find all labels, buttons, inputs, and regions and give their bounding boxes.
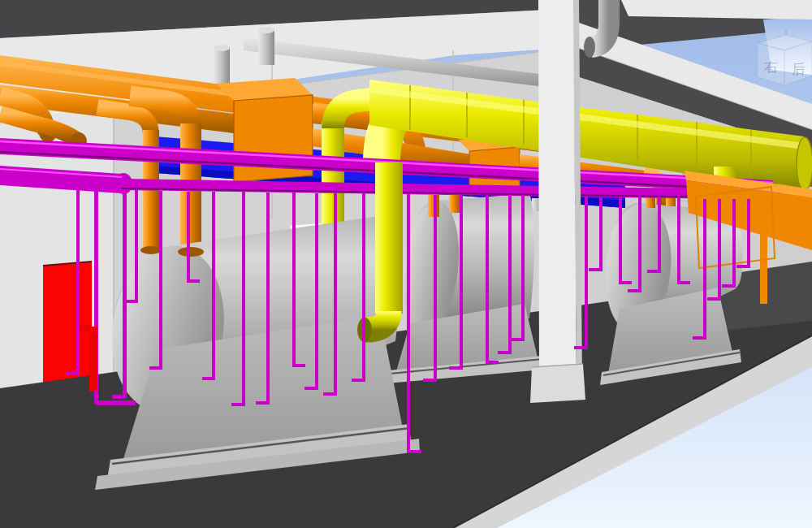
pipe-drop xyxy=(703,199,706,340)
pipe-drop-foot xyxy=(294,364,305,367)
pipe-drop-foot xyxy=(231,403,244,406)
pipe-drop-foot xyxy=(304,387,317,390)
pipe-drop-foot xyxy=(149,366,161,370)
pipe-drop-foot xyxy=(707,297,719,301)
pipe-drop-foot xyxy=(408,450,421,453)
pipe-drop-foot xyxy=(188,279,200,283)
model-canvas[interactable]: 右 后 xyxy=(0,0,812,528)
pipe-drop xyxy=(677,198,680,284)
pipe-drop-foot xyxy=(628,289,640,292)
pipe-drop-foot xyxy=(589,268,601,271)
pipe-drop-foot xyxy=(620,281,632,284)
pipe-drop xyxy=(135,190,138,303)
pipe-drop-foot xyxy=(202,377,214,380)
pipe-drop xyxy=(334,193,337,396)
column-base xyxy=(530,364,585,403)
pipe-drop-foot xyxy=(323,392,335,396)
pipe-drop-foot xyxy=(736,265,749,268)
gray-pipe-open-end xyxy=(584,37,595,58)
pipe-drop xyxy=(187,192,190,283)
pipe-drop xyxy=(486,196,489,364)
roof-beam-top-right[interactable] xyxy=(621,0,812,19)
pipe-drop xyxy=(434,195,437,382)
pipe-drop-foot xyxy=(511,338,523,341)
pipe-drop xyxy=(460,195,463,370)
pipe-drop-foot xyxy=(693,336,705,340)
yellow-duct-end-cap xyxy=(797,137,812,191)
pipe-drop-foot xyxy=(256,401,268,405)
pipe-drop-foot xyxy=(352,379,364,382)
pipe-drop xyxy=(407,194,410,453)
column-front-face xyxy=(538,0,577,382)
pipe-drop xyxy=(266,193,270,405)
pipe-drop xyxy=(362,193,365,382)
pipe-drop-foot xyxy=(112,395,124,399)
stub-flange-2 xyxy=(178,247,204,257)
pipe-drop-foot xyxy=(449,366,461,370)
stub-flange-1 xyxy=(140,246,162,254)
pipe-drop xyxy=(159,191,162,370)
pipe-drop-foot xyxy=(498,351,510,354)
pipe-drop xyxy=(242,192,245,406)
pipe-drop xyxy=(747,199,750,268)
pipe-drop-foot xyxy=(574,346,586,349)
cad-3d-viewport[interactable]: 右 后 xyxy=(0,0,812,528)
yellow-riser-2-body xyxy=(375,162,403,314)
pipe-drop xyxy=(718,199,721,301)
pipe-drop xyxy=(76,185,80,375)
pipe-drop-foot xyxy=(487,361,499,364)
gray-pipe-cap xyxy=(258,27,274,33)
pipe-drop xyxy=(315,193,318,390)
pipe-drop xyxy=(521,196,525,341)
pipe-drop-foot xyxy=(647,270,659,273)
pipe-drop-foot xyxy=(423,379,435,382)
gray-pipe-cap-2 xyxy=(214,45,230,51)
pipe-drop xyxy=(292,193,296,367)
gray-pipe-riser-1 xyxy=(258,29,274,65)
view-cube-back-label[interactable]: 后 xyxy=(792,61,806,77)
pipe-drop xyxy=(619,197,622,284)
pipe-drop-foot xyxy=(722,284,734,288)
pipe-drop-foot xyxy=(679,281,690,284)
tank-2-stub-2 xyxy=(449,193,460,213)
pipe-drop-foot xyxy=(124,300,136,303)
pipe-drop xyxy=(658,198,661,273)
pipe-drop xyxy=(585,197,588,349)
red-pipe-elbow xyxy=(80,325,91,331)
pipe-drop xyxy=(638,197,641,292)
pipe-drop xyxy=(123,190,127,398)
pipe-drop xyxy=(599,197,603,271)
pipe-drop-foot xyxy=(66,372,78,375)
pipe-drop xyxy=(732,199,736,288)
view-cube-right-label[interactable]: 右 xyxy=(764,58,778,75)
red-pipe-riser xyxy=(89,327,97,392)
pipe-drop-foot xyxy=(97,400,136,405)
pipe-drop xyxy=(508,196,512,354)
pipe-drop xyxy=(212,192,215,380)
